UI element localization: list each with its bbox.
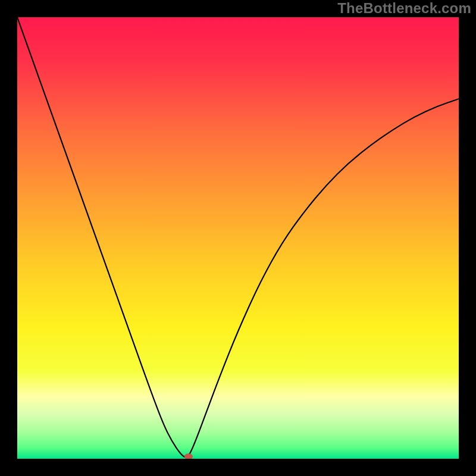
attribution-text: TheBottleneck.com <box>337 0 471 17</box>
chart-svg <box>17 17 459 459</box>
chart-frame: TheBottleneck.com <box>0 0 476 476</box>
gradient-rect <box>17 17 459 459</box>
plot-area <box>17 17 459 459</box>
